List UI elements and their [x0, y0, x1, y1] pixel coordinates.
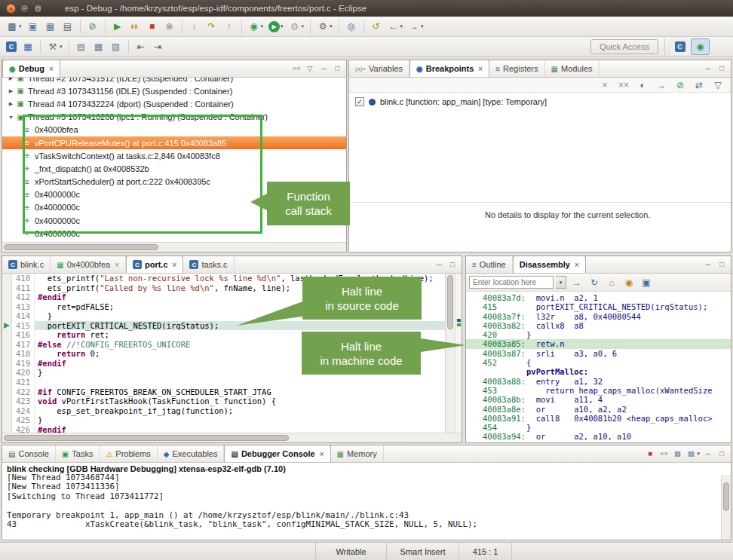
remove-launch-button[interactable]: ××	[658, 447, 670, 461]
disassembly-line[interactable]: 40083a88: entry a1, 32	[466, 377, 731, 386]
terminate-console-button[interactable]: ■	[644, 447, 656, 461]
close-icon[interactable]: ×	[575, 261, 579, 269]
toggle-breakpoint-button[interactable]: ◉	[621, 274, 637, 291]
disassembly-listing[interactable]: 40083a7d: movi.n a2, 1415 portEXIT_CRITI…	[466, 292, 731, 442]
code-line[interactable]: 425}	[2, 415, 445, 425]
console-tab-debugger-console[interactable]: ▤Debugger Console×	[224, 445, 330, 462]
toggle-mark-occurrences-button[interactable]: ▨	[108, 38, 124, 55]
scrollbar-thumb[interactable]	[4, 244, 158, 250]
overview-mark[interactable]	[457, 323, 461, 326]
remove-all-terminated-button[interactable]: ××	[290, 62, 302, 75]
breakpoint-checkbox[interactable]: ✓	[355, 97, 364, 106]
build-button[interactable]: ⚒▾	[44, 38, 65, 55]
breakpoints-view-menu-button[interactable]: ▽	[710, 77, 726, 93]
view-tab-registers[interactable]: ≡Registers	[489, 60, 544, 77]
code-line[interactable]: 423void vPortFirstTaskHook(TaskFunction_…	[2, 396, 445, 406]
disassembly-line[interactable]: 40083a94: or a2, a10, a10	[466, 432, 731, 441]
profile-button[interactable]: ⊙▾	[287, 18, 307, 35]
window-maximize-button[interactable]: ◻	[33, 4, 43, 14]
run-button[interactable]: ▶▾	[266, 18, 286, 35]
save-button[interactable]: ▣	[25, 18, 41, 35]
link-with-debug-view-button[interactable]: ⇄	[691, 77, 707, 93]
search-button[interactable]: ◎	[343, 18, 360, 35]
debug-tab-debug[interactable]: ◉Debug×	[2, 60, 60, 77]
view-tab-disassembly[interactable]: Disassembly×	[513, 256, 586, 273]
overview-mark[interactable]	[457, 319, 461, 322]
view-tab-variables[interactable]: (x)=Variables	[349, 60, 409, 77]
console-tab-memory[interactable]: ▦Memory	[331, 445, 384, 462]
disassembly-line[interactable]: 453 return heap_caps_malloc(xWantedSize	[466, 386, 731, 395]
close-icon[interactable]: ×	[115, 261, 119, 269]
disassembly-line[interactable]: 40083a87: srli a3, a0, 6	[466, 349, 731, 358]
debug-stack-frame-row[interactable]: ≡vTaskSwitchContext() at tasks.c:2,846 0…	[2, 149, 346, 162]
last-edit-location-button[interactable]: ↺	[368, 18, 385, 35]
console-tab-executables[interactable]: ◆Executables	[158, 445, 225, 462]
next-edit-button[interactable]: ⇥	[150, 38, 167, 55]
disassembly-line[interactable]: 40083a7f: l32r a8, 0x40080544	[466, 312, 731, 321]
back-button[interactable]: ←▾	[385, 18, 406, 35]
view-tab-outline[interactable]: ≡Outline	[466, 256, 513, 273]
debug-thread-row[interactable]: ▶▣Thread #4 1073432224 (dport) (Suspende…	[2, 97, 346, 110]
maximize-button[interactable]: □	[446, 258, 459, 271]
quick-access-button[interactable]: Quick Access	[590, 39, 658, 54]
editor-vertical-scrollbar[interactable]	[445, 274, 455, 433]
disassembly-line[interactable]: 454}	[466, 423, 731, 432]
chevron-collapsed-icon[interactable]: ▶	[7, 101, 15, 107]
remove-selected-breakpoint-button[interactable]: ×	[597, 77, 613, 93]
close-icon[interactable]: ×	[49, 65, 54, 73]
debug-thread-row[interactable]: ▼▣Thread #5 1073410208 (ipc1 : Running) …	[2, 111, 346, 124]
maximize-button[interactable]: □	[716, 447, 728, 461]
scrollbar-thumb[interactable]	[723, 482, 729, 511]
print-button[interactable]: ▤	[60, 18, 76, 35]
minimize-button[interactable]: ─	[702, 447, 714, 461]
chevron-expanded-icon[interactable]: ▼	[7, 115, 15, 120]
disassembly-line[interactable]: 415 portEXIT_CRITICAL_NESTED(irqStatus);	[466, 302, 731, 311]
goto-program-counter-button[interactable]: →	[569, 274, 585, 291]
resume-button[interactable]: ▶	[109, 18, 126, 35]
location-input[interactable]	[469, 276, 554, 289]
display-selected-console-button[interactable]: ▤	[671, 447, 683, 461]
disassembly-line[interactable]: 40083a91: call8 0x40081b20 <heap_caps_ma…	[466, 414, 731, 423]
code-line[interactable]: 415 portEXIT_CRITICAL_NESTED(irqStatus);	[2, 321, 445, 331]
debug-button[interactable]: ◉▾	[246, 18, 266, 35]
external-tools-button[interactable]: ⚙▾	[314, 18, 335, 35]
disassembly-line[interactable]: 420}	[466, 330, 731, 339]
editor-horizontal-scrollbar[interactable]	[2, 433, 462, 442]
close-icon[interactable]: ×	[173, 261, 177, 269]
c-cpp-perspective-button[interactable]: C	[670, 38, 689, 55]
open-console-button[interactable]: ▤▾	[685, 447, 701, 461]
new-wizard-button[interactable]: ▩▾	[4, 18, 24, 35]
new-c-file-button[interactable]: C	[4, 38, 19, 55]
disassembly-line[interactable]: 40083a82: callx8 a8	[466, 321, 731, 330]
debug-thread-row[interactable]: ▶▣Thread #3 1073431156 (IDLE) (Suspended…	[2, 84, 346, 97]
remove-all-breakpoints-button[interactable]: ××	[615, 77, 632, 93]
disassembly-line[interactable]: 40083a8e: or a10, a2, a2	[466, 405, 731, 414]
maximize-button[interactable]: □	[716, 62, 728, 75]
minimize-button[interactable]: ─	[702, 62, 714, 75]
editor-tab-blink-c[interactable]: Cblink.c	[2, 256, 51, 273]
debug-view-menu-button[interactable]: ▽	[304, 62, 316, 75]
step-return-button[interactable]: ↑	[221, 18, 238, 35]
location-dropdown-arrow[interactable]: ▼	[556, 276, 566, 289]
console-tab-console[interactable]: ▤Console	[2, 445, 56, 462]
previous-edit-button[interactable]: ⇤	[133, 38, 149, 55]
minimize-button[interactable]: ─	[317, 62, 330, 75]
close-icon[interactable]: ×	[478, 65, 483, 73]
editor-tab-tasks-c[interactable]: Ctasks.c	[183, 256, 234, 273]
editor-tab-0x4000bfea[interactable]: ▦0x4000bfea×	[51, 256, 126, 273]
breakpoint-item[interactable]: ✓ blink.c [function: app_main] [type: Te…	[355, 97, 725, 106]
window-close-button[interactable]: ×	[6, 4, 16, 14]
forward-button[interactable]: →▾	[406, 18, 426, 35]
scrollbar-thumb[interactable]	[447, 275, 453, 329]
maximize-button[interactable]: □	[331, 62, 343, 75]
minimize-button[interactable]: ─	[433, 258, 445, 271]
close-icon[interactable]: ×	[320, 450, 324, 458]
save-all-button[interactable]: ▦	[42, 18, 59, 35]
breakpoints-list[interactable]: ✓ blink.c [function: app_main] [type: Te…	[349, 93, 731, 202]
pin-view-button[interactable]: ▣	[638, 274, 655, 291]
step-into-button[interactable]: ↓	[186, 18, 203, 35]
suspend-button[interactable]: ▮▮	[127, 18, 143, 35]
show-breakpoints-for-selection-button[interactable]: ◐	[634, 77, 651, 93]
disconnect-button[interactable]: ⊗	[161, 18, 178, 35]
view-tab-modules[interactable]: ▦Modules	[545, 60, 600, 77]
